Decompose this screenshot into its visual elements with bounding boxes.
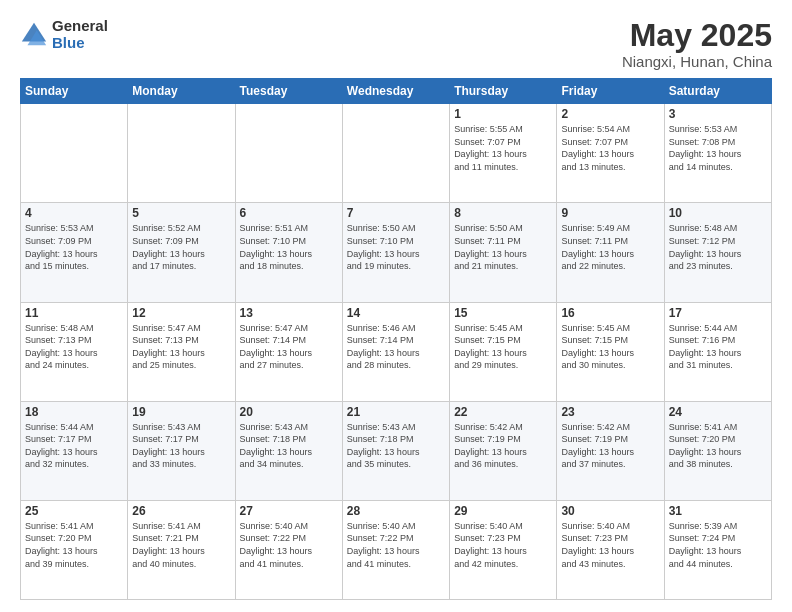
col-header-saturday: Saturday xyxy=(664,79,771,104)
day-info: Sunrise: 5:43 AM Sunset: 7:18 PM Dayligh… xyxy=(240,421,338,471)
calendar-cell-w3-d7: 17Sunrise: 5:44 AM Sunset: 7:16 PM Dayli… xyxy=(664,302,771,401)
day-info: Sunrise: 5:53 AM Sunset: 7:09 PM Dayligh… xyxy=(25,222,123,272)
day-info: Sunrise: 5:55 AM Sunset: 7:07 PM Dayligh… xyxy=(454,123,552,173)
calendar-cell-w4-d6: 23Sunrise: 5:42 AM Sunset: 7:19 PM Dayli… xyxy=(557,401,664,500)
day-number: 14 xyxy=(347,306,445,320)
calendar-cell-w4-d5: 22Sunrise: 5:42 AM Sunset: 7:19 PM Dayli… xyxy=(450,401,557,500)
calendar-cell-w5-d6: 30Sunrise: 5:40 AM Sunset: 7:23 PM Dayli… xyxy=(557,500,664,599)
col-header-friday: Friday xyxy=(557,79,664,104)
col-header-thursday: Thursday xyxy=(450,79,557,104)
day-number: 26 xyxy=(132,504,230,518)
week-row-5: 25Sunrise: 5:41 AM Sunset: 7:20 PM Dayli… xyxy=(21,500,772,599)
day-info: Sunrise: 5:54 AM Sunset: 7:07 PM Dayligh… xyxy=(561,123,659,173)
calendar-cell-w3-d5: 15Sunrise: 5:45 AM Sunset: 7:15 PM Dayli… xyxy=(450,302,557,401)
calendar-cell-w5-d1: 25Sunrise: 5:41 AM Sunset: 7:20 PM Dayli… xyxy=(21,500,128,599)
calendar-cell-w3-d2: 12Sunrise: 5:47 AM Sunset: 7:13 PM Dayli… xyxy=(128,302,235,401)
day-info: Sunrise: 5:44 AM Sunset: 7:16 PM Dayligh… xyxy=(669,322,767,372)
day-info: Sunrise: 5:46 AM Sunset: 7:14 PM Dayligh… xyxy=(347,322,445,372)
day-number: 4 xyxy=(25,206,123,220)
title-area: May 2025 Niangxi, Hunan, China xyxy=(622,18,772,70)
day-info: Sunrise: 5:40 AM Sunset: 7:23 PM Dayligh… xyxy=(454,520,552,570)
day-info: Sunrise: 5:48 AM Sunset: 7:13 PM Dayligh… xyxy=(25,322,123,372)
calendar-cell-w2-d1: 4Sunrise: 5:53 AM Sunset: 7:09 PM Daylig… xyxy=(21,203,128,302)
day-number: 10 xyxy=(669,206,767,220)
calendar-cell-w5-d2: 26Sunrise: 5:41 AM Sunset: 7:21 PM Dayli… xyxy=(128,500,235,599)
day-number: 17 xyxy=(669,306,767,320)
day-info: Sunrise: 5:41 AM Sunset: 7:21 PM Dayligh… xyxy=(132,520,230,570)
day-info: Sunrise: 5:53 AM Sunset: 7:08 PM Dayligh… xyxy=(669,123,767,173)
day-number: 31 xyxy=(669,504,767,518)
calendar-table: Sunday Monday Tuesday Wednesday Thursday… xyxy=(20,78,772,600)
day-info: Sunrise: 5:41 AM Sunset: 7:20 PM Dayligh… xyxy=(25,520,123,570)
calendar-cell-w1-d5: 1Sunrise: 5:55 AM Sunset: 7:07 PM Daylig… xyxy=(450,104,557,203)
week-row-4: 18Sunrise: 5:44 AM Sunset: 7:17 PM Dayli… xyxy=(21,401,772,500)
day-info: Sunrise: 5:45 AM Sunset: 7:15 PM Dayligh… xyxy=(561,322,659,372)
calendar-cell-w1-d4 xyxy=(342,104,449,203)
day-number: 28 xyxy=(347,504,445,518)
day-info: Sunrise: 5:48 AM Sunset: 7:12 PM Dayligh… xyxy=(669,222,767,272)
calendar-cell-w4-d2: 19Sunrise: 5:43 AM Sunset: 7:17 PM Dayli… xyxy=(128,401,235,500)
day-info: Sunrise: 5:52 AM Sunset: 7:09 PM Dayligh… xyxy=(132,222,230,272)
day-info: Sunrise: 5:45 AM Sunset: 7:15 PM Dayligh… xyxy=(454,322,552,372)
col-header-sunday: Sunday xyxy=(21,79,128,104)
day-info: Sunrise: 5:50 AM Sunset: 7:11 PM Dayligh… xyxy=(454,222,552,272)
day-number: 1 xyxy=(454,107,552,121)
day-number: 24 xyxy=(669,405,767,419)
main-title: May 2025 xyxy=(622,18,772,53)
day-number: 2 xyxy=(561,107,659,121)
logo-text: General Blue xyxy=(52,18,108,51)
day-number: 15 xyxy=(454,306,552,320)
day-number: 20 xyxy=(240,405,338,419)
calendar-cell-w1-d3 xyxy=(235,104,342,203)
day-number: 5 xyxy=(132,206,230,220)
day-number: 30 xyxy=(561,504,659,518)
day-info: Sunrise: 5:42 AM Sunset: 7:19 PM Dayligh… xyxy=(561,421,659,471)
day-number: 21 xyxy=(347,405,445,419)
day-number: 27 xyxy=(240,504,338,518)
day-info: Sunrise: 5:47 AM Sunset: 7:14 PM Dayligh… xyxy=(240,322,338,372)
page: General Blue May 2025 Niangxi, Hunan, Ch… xyxy=(0,0,792,612)
calendar-cell-w2-d5: 8Sunrise: 5:50 AM Sunset: 7:11 PM Daylig… xyxy=(450,203,557,302)
calendar-cell-w3-d1: 11Sunrise: 5:48 AM Sunset: 7:13 PM Dayli… xyxy=(21,302,128,401)
day-info: Sunrise: 5:49 AM Sunset: 7:11 PM Dayligh… xyxy=(561,222,659,272)
day-info: Sunrise: 5:43 AM Sunset: 7:18 PM Dayligh… xyxy=(347,421,445,471)
day-number: 29 xyxy=(454,504,552,518)
logo-general-text: General xyxy=(52,18,108,35)
calendar-cell-w5-d7: 31Sunrise: 5:39 AM Sunset: 7:24 PM Dayli… xyxy=(664,500,771,599)
day-number: 3 xyxy=(669,107,767,121)
calendar-cell-w1-d1 xyxy=(21,104,128,203)
day-number: 11 xyxy=(25,306,123,320)
calendar-cell-w4-d1: 18Sunrise: 5:44 AM Sunset: 7:17 PM Dayli… xyxy=(21,401,128,500)
logo-blue-text: Blue xyxy=(52,35,108,52)
day-number: 19 xyxy=(132,405,230,419)
calendar-cell-w5-d4: 28Sunrise: 5:40 AM Sunset: 7:22 PM Dayli… xyxy=(342,500,449,599)
calendar-cell-w4-d7: 24Sunrise: 5:41 AM Sunset: 7:20 PM Dayli… xyxy=(664,401,771,500)
logo-icon xyxy=(20,21,48,49)
day-info: Sunrise: 5:44 AM Sunset: 7:17 PM Dayligh… xyxy=(25,421,123,471)
day-info: Sunrise: 5:42 AM Sunset: 7:19 PM Dayligh… xyxy=(454,421,552,471)
day-number: 12 xyxy=(132,306,230,320)
calendar-cell-w2-d2: 5Sunrise: 5:52 AM Sunset: 7:09 PM Daylig… xyxy=(128,203,235,302)
calendar-header-row: Sunday Monday Tuesday Wednesday Thursday… xyxy=(21,79,772,104)
day-info: Sunrise: 5:47 AM Sunset: 7:13 PM Dayligh… xyxy=(132,322,230,372)
week-row-2: 4Sunrise: 5:53 AM Sunset: 7:09 PM Daylig… xyxy=(21,203,772,302)
day-number: 13 xyxy=(240,306,338,320)
day-info: Sunrise: 5:40 AM Sunset: 7:22 PM Dayligh… xyxy=(347,520,445,570)
calendar-cell-w5-d5: 29Sunrise: 5:40 AM Sunset: 7:23 PM Dayli… xyxy=(450,500,557,599)
week-row-3: 11Sunrise: 5:48 AM Sunset: 7:13 PM Dayli… xyxy=(21,302,772,401)
week-row-1: 1Sunrise: 5:55 AM Sunset: 7:07 PM Daylig… xyxy=(21,104,772,203)
logo: General Blue xyxy=(20,18,108,51)
calendar-cell-w1-d6: 2Sunrise: 5:54 AM Sunset: 7:07 PM Daylig… xyxy=(557,104,664,203)
day-info: Sunrise: 5:39 AM Sunset: 7:24 PM Dayligh… xyxy=(669,520,767,570)
day-number: 16 xyxy=(561,306,659,320)
day-info: Sunrise: 5:40 AM Sunset: 7:22 PM Dayligh… xyxy=(240,520,338,570)
col-header-wednesday: Wednesday xyxy=(342,79,449,104)
calendar-cell-w3-d6: 16Sunrise: 5:45 AM Sunset: 7:15 PM Dayli… xyxy=(557,302,664,401)
day-number: 18 xyxy=(25,405,123,419)
calendar-cell-w3-d4: 14Sunrise: 5:46 AM Sunset: 7:14 PM Dayli… xyxy=(342,302,449,401)
calendar-cell-w2-d7: 10Sunrise: 5:48 AM Sunset: 7:12 PM Dayli… xyxy=(664,203,771,302)
header: General Blue May 2025 Niangxi, Hunan, Ch… xyxy=(20,18,772,70)
calendar-cell-w2-d4: 7Sunrise: 5:50 AM Sunset: 7:10 PM Daylig… xyxy=(342,203,449,302)
calendar-cell-w2-d6: 9Sunrise: 5:49 AM Sunset: 7:11 PM Daylig… xyxy=(557,203,664,302)
calendar-cell-w4-d3: 20Sunrise: 5:43 AM Sunset: 7:18 PM Dayli… xyxy=(235,401,342,500)
